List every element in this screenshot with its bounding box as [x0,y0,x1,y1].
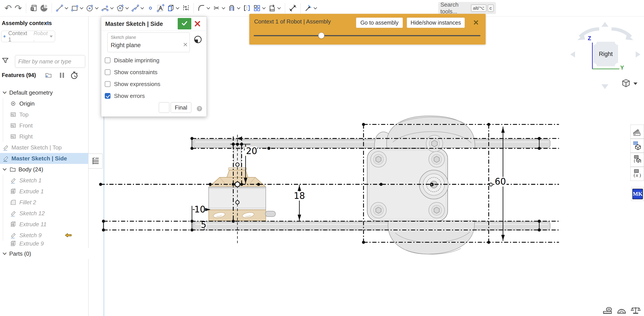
chevron-down-icon[interactable] [80,6,84,9]
tree-row-sketch-12[interactable]: Sketch 12 [0,208,88,219]
tree-row-sketch-9[interactable]: Sketch 9 [0,230,88,241]
toolbar-point-tool[interactable] [146,1,156,15]
configurations-button[interactable] [630,139,644,153]
chevron-down-icon[interactable] [1,166,8,173]
chevron-down-icon[interactable] [1,89,8,96]
chevron-down-icon[interactable] [65,6,68,9]
dim-18[interactable]: 18 [294,191,305,201]
toolbar-line-tool[interactable] [54,1,70,15]
toolbar-offset-tool[interactable] [227,1,242,15]
add-folder-icon[interactable] [44,71,53,80]
chevron-down-icon[interactable] [237,6,240,9]
chevron-down-icon[interactable] [176,6,180,9]
tree-row-label: Body (24) [18,166,43,173]
chevron-down-icon[interactable] [207,6,210,9]
toolbar-region[interactable] [39,1,49,15]
toolbar-dimension-tool[interactable] [288,1,298,15]
dim-5[interactable]: 5 [201,220,206,230]
chevron-down-icon[interactable] [126,6,129,9]
chevron-down-icon[interactable] [262,6,266,9]
view-options-caret[interactable] [634,82,638,85]
tree-row-body-24-[interactable]: Body (24) [0,164,88,175]
dim-20[interactable]: 20 [246,146,257,156]
toolbar-mirror-tool[interactable] [242,1,252,15]
hide-show-instances-button[interactable]: Hide/show instances [407,17,465,28]
rollback-bar-handle[interactable] [88,154,102,169]
suppress-pause-icon[interactable] [58,71,66,80]
mass-properties-icon[interactable] [630,306,641,316]
tree-row-sketch-1[interactable]: Sketch 1 [0,175,88,186]
toolbar-fillet-tool[interactable] [196,1,212,15]
rollback-arrow-icon[interactable] [64,231,72,239]
search-tools[interactable]: Search tools... alt/⌥ c [438,2,496,14]
toolbar-constraint-tool[interactable] [303,1,318,15]
tree-row-default-geometry[interactable]: Default geometry [0,87,88,98]
tree-row-master-sketch-side[interactable]: Master Sketch | Side [0,153,88,164]
variables-button[interactable]: (x) [630,167,644,181]
clear-selection-icon[interactable] [182,41,188,48]
sketch-inspect-button[interactable] [159,102,169,113]
view-face-right[interactable]: Right [594,42,618,66]
banner-title: Context 1 of Robot | Assembly [254,18,331,25]
toolbar-undo[interactable]: ↶ [3,1,13,15]
tree-row-top[interactable]: Top [0,109,88,120]
custom-feature-button[interactable]: MK [631,187,644,201]
tree-row-front[interactable]: Front [0,120,88,131]
toolbar-polygon-tool[interactable] [115,1,130,15]
accept-button[interactable] [178,18,191,29]
tree-row-master-sketch-top[interactable]: Master Sketch | Top [0,142,88,153]
final-button[interactable]: Final [171,102,191,113]
toolbar-use-tool[interactable] [166,1,181,15]
tree-row-fillet-2[interactable]: Fillet 2 [0,197,88,208]
configured-features-button[interactable]: {} [630,153,644,167]
toolbar-sketch-solid[interactable] [29,1,39,15]
toolbar-rectangle-tool[interactable] [70,1,85,15]
toolbar-pattern-tool[interactable] [252,1,267,15]
checkbox-show-errors[interactable]: Show errors [105,92,145,100]
tape-measure-icon[interactable] [602,306,613,316]
go-to-assembly-button[interactable]: Go to assembly [356,17,403,28]
help-icon[interactable]: ? [196,105,203,112]
parts-section-header[interactable]: Parts (0) [0,248,88,259]
toolbar-text-tool[interactable]: A [156,1,166,15]
chevron-down-icon[interactable] [222,6,225,9]
tree-row-label: Fillet 2 [19,199,36,206]
toolbar-arc-tool[interactable]: + [100,1,115,15]
toolbar-redo[interactable]: ↷ [13,1,23,15]
appearance-button[interactable] [630,125,644,139]
isometric-cube-icon[interactable] [621,78,631,89]
cancel-button[interactable] [194,20,202,28]
chevron-down-icon[interactable] [314,6,317,9]
opacity-slider-track[interactable] [254,35,480,36]
tree-row-origin[interactable]: Origin [0,98,88,109]
tree-row-extrude-11[interactable]: Extrude 11 [0,219,88,230]
rollback-clock-icon[interactable] [70,71,79,80]
filter-input[interactable] [15,55,85,68]
opacity-slider-handle[interactable] [318,32,324,39]
chevron-down-icon[interactable] [140,6,144,9]
chevron-down-icon[interactable] [278,6,281,9]
checkbox-show-constraints[interactable]: Show constraints [105,68,158,76]
banner-close-icon[interactable]: ✕ [472,19,480,26]
protractor-icon[interactable] [616,306,627,316]
toolbar-trim-tool[interactable]: ✂ [212,1,227,15]
tree-row-extrude-1[interactable]: Extrude 1 [0,186,88,197]
dim-60[interactable]: 60 [495,176,506,187]
toolbar-dxf[interactable]: DXF [267,1,282,15]
chevron-down-icon[interactable] [95,6,98,9]
toolbar-spline-tool[interactable] [130,1,146,15]
chevron-down-icon[interactable] [110,6,114,9]
extrude-icon [10,188,17,195]
context-selector[interactable]: Context 1 Robot . [1,31,55,42]
dim-10[interactable]: 10 [194,204,206,214]
tree-row-extrude-9[interactable]: Extrude 9 [0,241,88,247]
checkbox-show-expressions[interactable]: Show expressions [105,80,160,88]
tree-row-right[interactable]: Right [0,131,88,142]
z-axis-label: Z [588,35,591,41]
context-banner: Context 1 of Robot | Assembly Go to asse… [249,14,486,44]
checkbox-disable-imprinting[interactable]: Disable imprinting [105,57,160,64]
svg-text:DXF: DXF [270,8,274,11]
sketch-plane-field[interactable]: Sketch plane Right plane [108,32,190,52]
toolbar-circle-tool[interactable] [85,1,100,15]
toolbar-construction[interactable] [181,1,191,15]
